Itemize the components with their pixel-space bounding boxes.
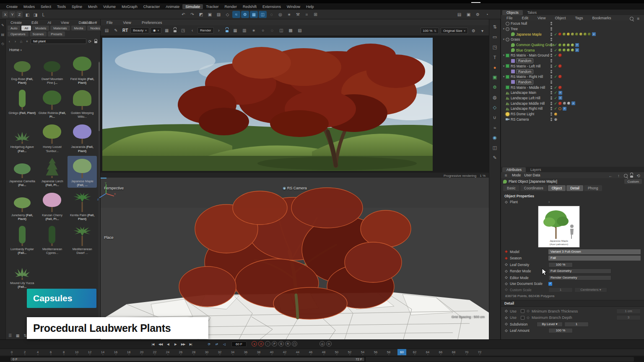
asset-menu-edit[interactable]: Edit [29,20,41,24]
object-row[interactable]: Japanese Maple✓F [501,31,644,37]
om-menu-file[interactable]: File [504,16,516,21]
team-render-icon[interactable]: ◔ [483,11,491,18]
leaf-amount-input[interactable]: 100 % [548,328,573,333]
object-row[interactable]: ▾RS Matrix - Main Ground✓ [501,53,644,58]
keyframe-selection-icon[interactable]: ◦ [265,341,270,346]
menu-character[interactable]: Character [140,4,163,9]
material-tag-icon[interactable] [558,75,562,78]
om-menu-tags[interactable]: Tags [572,16,586,21]
lock-icon[interactable] [93,39,99,44]
mode-dropdown[interactable]: Mode [512,173,521,177]
property-tab-detail[interactable]: Detail [566,185,583,191]
material-chip-icon[interactable] [567,49,570,52]
visibility-dots[interactable] [551,70,552,73]
material-chip-icon[interactable] [558,44,561,47]
object-row[interactable]: Landscape Main✓F [501,90,644,96]
axis-lock-y[interactable]: Y [9,11,16,18]
object-row[interactable]: Common Quaking Grass✓F [501,42,644,48]
cubes-icon[interactable]: ▣ [491,74,499,81]
prev-render-icon[interactable]: ‹ [188,27,196,34]
dim-circle-icon[interactable]: ◌ [267,11,275,18]
size-dropdown[interactable]: Original Size▾ [441,28,468,34]
menu-window[interactable]: Window [284,4,303,9]
keyframe-diamond[interactable] [505,323,508,326]
record-rotation-icon[interactable]: R [285,341,291,346]
material-chip-icon[interactable] [563,44,566,47]
magnet-icon[interactable]: ∪ [491,114,499,121]
pen-tool-icon[interactable]: ✎ [491,154,499,161]
visibility-dots[interactable] [551,54,552,57]
plant-item[interactable]: Honey Locust 'Sunbur... [38,122,67,153]
asset-sphere-icon[interactable]: ● [491,64,499,71]
section-label[interactable]: Home ▾ [6,45,100,53]
history-icon[interactable]: ⟲ [634,172,642,179]
text-tool-icon[interactable]: T [491,54,499,61]
render-viewport[interactable] [102,38,433,171]
menu-extensions[interactable]: Extensions [260,4,284,9]
menu-spline[interactable]: Spline [69,4,85,9]
filter-presets[interactable]: Presets [48,31,65,36]
autokey-icon[interactable]: A [258,341,264,346]
plant-item[interactable]: Golden Weeping Willo... [68,88,97,119]
asset-menu-ai[interactable]: AI [45,20,55,24]
workplane-mode-icon[interactable]: ◨ [31,11,39,18]
menu-volume[interactable]: Volume [100,4,119,9]
rows-icon[interactable]: ▥ [241,27,249,34]
subdivision-mode-dropdown[interactable]: By Level ▾ [537,322,563,327]
material-chip-icon[interactable] [588,33,591,36]
back-icon[interactable]: ← [607,172,615,179]
phong-tag-icon[interactable]: F [592,32,596,36]
record-keyframe-icon[interactable]: ● [252,341,257,346]
render-picture-viewer-icon[interactable]: ▣ [465,11,473,18]
season-dropdown[interactable]: Fall [548,256,641,261]
material-tag-icon[interactable] [558,65,562,68]
rt-toggle[interactable]: RT [121,28,129,33]
object-row[interactable]: Random [501,58,644,64]
record-scale-icon[interactable]: S [278,341,284,346]
leaf-density-input[interactable]: 100 % [548,262,573,267]
property-tab-coordinates[interactable]: Coordinates [520,185,547,191]
user-data-menu[interactable]: User Data [524,173,540,177]
object-row[interactable]: ▾Grass [501,37,644,42]
go-to-end-icon[interactable]: ▶| [187,341,194,347]
filter-media[interactable]: Media [71,26,86,31]
menu-select[interactable]: Select [38,4,54,9]
save-image-icon[interactable]: ▤ [103,27,111,34]
lock-icon[interactable] [628,172,634,179]
plant-item[interactable]: Japanese Larch (Fall, Pl... [38,156,67,188]
render-view-icon[interactable]: ▤ [455,11,463,18]
plant-item[interactable]: Japanese Camellia (Fal... [8,156,37,188]
property-tab-phong[interactable]: Phong [584,185,602,191]
om-menu-object[interactable]: Object [552,16,569,21]
object-row[interactable]: Blue Grama✓F [501,47,644,53]
selection-tag-icon[interactable] [558,107,561,110]
menu-help[interactable]: Help [303,4,317,9]
material-chip-icon[interactable] [571,33,574,36]
filter-auto[interactable]: Auto [8,26,20,31]
preview-range-slider[interactable]: 0 F 72 F [10,357,365,362]
target-tag-icon[interactable]: ⊕ [554,117,558,122]
snap-icon[interactable]: ◇ [0,41,5,46]
asset-menu-view[interactable]: View [58,20,72,24]
prev-key-icon[interactable]: ◀◀ [157,341,164,347]
visibility-dots[interactable] [551,49,552,52]
sync-icon[interactable]: ⟳ [87,39,93,44]
object-row[interactable]: RS Dome Light [501,111,644,117]
model-dropdown[interactable]: Variant 3 Full-Grown [548,249,641,254]
search-icon[interactable] [623,172,628,179]
record-parameter-icon[interactable]: ▢ [292,341,297,346]
keyframe-diamond[interactable] [505,269,508,272]
keyframe-diamond[interactable] [505,310,508,313]
material-chip-icon[interactable] [563,102,566,105]
material-chip-icon[interactable] [571,49,574,52]
phong-tag-icon[interactable]: F [563,107,566,111]
filter-models[interactable]: Models [32,26,49,31]
visibility-dots[interactable] [551,43,552,47]
om-menu-view[interactable]: View [535,16,548,21]
plant-item[interactable]: Dog-Rose (Fall, Plant) [8,54,37,85]
next-frame-icon[interactable]: ▶▶ [179,341,187,347]
axis-lock-z[interactable]: Z [16,11,23,18]
go-to-start-icon[interactable]: |◀ [149,341,156,347]
viewport-menu-view[interactable]: View [120,20,134,25]
menu-modes[interactable]: Modes [21,4,38,9]
